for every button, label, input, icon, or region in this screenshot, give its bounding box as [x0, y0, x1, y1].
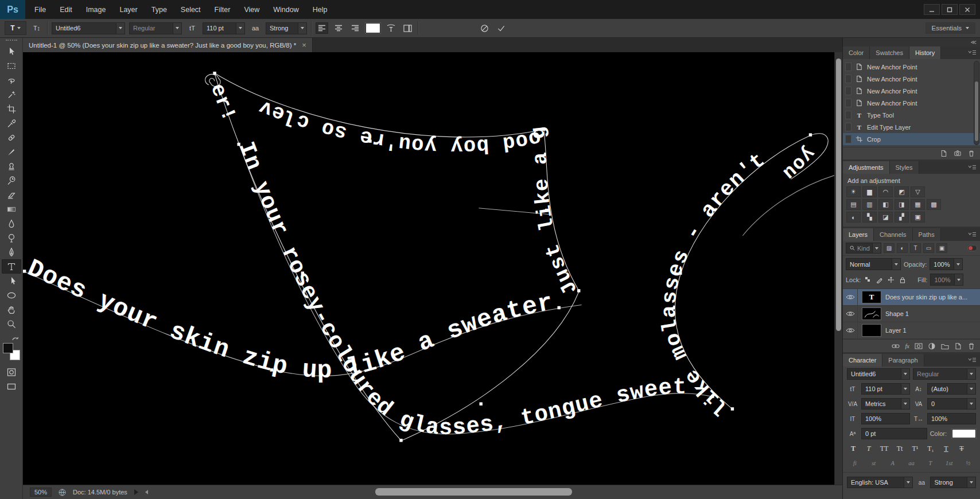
- tab-swatches[interactable]: Swatches: [870, 46, 909, 59]
- brush-tool[interactable]: [2, 145, 21, 159]
- char-font-style-select[interactable]: Regular: [913, 368, 976, 380]
- healing-brush-tool[interactable]: [2, 130, 21, 145]
- tool-preset-picker[interactable]: T: [5, 21, 26, 35]
- tab-paths[interactable]: Paths: [913, 228, 941, 241]
- strikethrough-button[interactable]: T: [955, 443, 968, 454]
- char-leading-field[interactable]: (Auto): [927, 383, 976, 395]
- vertical-scrollbar[interactable]: [834, 52, 842, 485]
- history-source-checkbox[interactable]: [845, 87, 851, 95]
- vibrance-button[interactable]: ▽: [911, 186, 925, 197]
- new-document-from-state-button[interactable]: [940, 150, 948, 157]
- collapse-panels-button[interactable]: ≪: [971, 39, 977, 45]
- layer-row-type[interactable]: T Does your skin zip up like a...: [843, 289, 980, 306]
- quick-mask-button[interactable]: [2, 365, 21, 379]
- menu-item-filter[interactable]: Filter: [208, 0, 238, 19]
- font-family-select[interactable]: Untitled6: [52, 22, 125, 34]
- subscript-button[interactable]: T₁: [924, 443, 937, 454]
- fill-field[interactable]: 100%: [930, 274, 963, 286]
- hue-saturation-button[interactable]: ▤: [846, 199, 861, 210]
- delete-layer-button[interactable]: [967, 342, 975, 350]
- layer-row-fill[interactable]: Layer 1: [843, 322, 980, 339]
- history-state[interactable]: TType Tool: [843, 109, 980, 121]
- anti-alias-select[interactable]: Strong: [266, 22, 307, 34]
- filter-shape-layers-button[interactable]: ▭: [923, 243, 934, 253]
- ligatures-button[interactable]: fi: [847, 458, 863, 468]
- foreground-color-swatch[interactable]: [3, 343, 13, 353]
- menu-item-file[interactable]: File: [28, 0, 53, 19]
- tab-adjustments[interactable]: Adjustments: [843, 161, 890, 174]
- gradient-map-button[interactable]: ▞: [895, 212, 909, 223]
- history-state[interactable]: TEdit Type Layer: [843, 121, 980, 133]
- char-font-style-caret[interactable]: [967, 369, 975, 379]
- selective-color-button[interactable]: ▣: [911, 212, 925, 223]
- new-snapshot-button[interactable]: [954, 150, 962, 157]
- menu-item-help[interactable]: Help: [306, 0, 335, 19]
- menu-item-type[interactable]: Type: [145, 0, 174, 19]
- history-source-checkbox[interactable]: [845, 123, 851, 131]
- layer-visibility-toggle[interactable]: [843, 306, 858, 322]
- history-panel-menu-button[interactable]: [968, 46, 980, 59]
- font-style-caret[interactable]: [173, 23, 181, 34]
- tab-color[interactable]: Color: [843, 46, 870, 59]
- swash-button[interactable]: A: [885, 458, 901, 468]
- exposure-button[interactable]: ◩: [895, 186, 909, 197]
- stylistic-alternates-button[interactable]: aa: [904, 458, 920, 468]
- lock-position-button[interactable]: [886, 276, 895, 284]
- text-orientation-button[interactable]: T↕: [30, 22, 43, 34]
- faux-italic-button[interactable]: T: [862, 443, 875, 454]
- scroll-left-arrow[interactable]: [145, 490, 148, 494]
- crop-tool[interactable]: [2, 102, 21, 116]
- char-kerning-field[interactable]: Metrics: [861, 398, 910, 410]
- new-layer-button[interactable]: [954, 342, 962, 350]
- history-scrollbar-thumb[interactable]: [975, 81, 978, 141]
- language-caret[interactable]: [904, 477, 912, 488]
- history-state[interactable]: New Anchor Point: [843, 85, 980, 97]
- all-caps-button[interactable]: TT: [878, 443, 890, 454]
- curves-button[interactable]: ◠: [878, 186, 893, 197]
- toggle-panels-button[interactable]: [401, 22, 414, 34]
- character-panel-menu-button[interactable]: [968, 354, 980, 367]
- anti-alias-caret[interactable]: [298, 23, 306, 34]
- type-tool[interactable]: [2, 259, 21, 274]
- blend-mode-select[interactable]: Normal: [846, 258, 901, 270]
- align-left-button[interactable]: [316, 22, 328, 34]
- char-tracking-field[interactable]: 0: [927, 398, 976, 410]
- font-size-select[interactable]: 110 pt: [203, 22, 245, 34]
- char-tracking-caret[interactable]: [967, 399, 975, 409]
- filter-adjustment-layers-button[interactable]: ◐: [897, 243, 908, 253]
- history-source-checkbox[interactable]: [845, 63, 851, 71]
- char-baseline-field[interactable]: 0 pt: [861, 428, 927, 439]
- char-font-family-caret[interactable]: [901, 369, 909, 379]
- blend-mode-caret[interactable]: [892, 259, 900, 270]
- black-white-button[interactable]: ◧: [878, 199, 893, 210]
- clone-stamp-tool[interactable]: [2, 159, 21, 173]
- char-leading-caret[interactable]: [967, 384, 975, 394]
- layer-visibility-toggle[interactable]: [843, 322, 858, 338]
- history-source-checkbox[interactable]: [845, 75, 851, 83]
- new-group-button[interactable]: [941, 342, 949, 350]
- levels-button[interactable]: ▆: [862, 186, 877, 197]
- char-anti-alias-select[interactable]: Strong: [930, 477, 976, 488]
- invert-button[interactable]: ◐: [846, 212, 861, 223]
- tab-paragraph[interactable]: Paragraph: [882, 354, 924, 367]
- eyedropper-tool[interactable]: [2, 116, 21, 130]
- gradient-tool[interactable]: [2, 202, 21, 216]
- hand-tool[interactable]: [2, 302, 21, 317]
- discretionary-ligatures-button[interactable]: st: [866, 458, 882, 468]
- brightness-contrast-button[interactable]: ☀: [846, 186, 861, 197]
- link-layers-button[interactable]: [892, 342, 900, 350]
- layers-panel-menu-button[interactable]: [968, 228, 980, 241]
- fractions-button[interactable]: ½: [960, 458, 976, 468]
- small-caps-button[interactable]: Tt: [893, 443, 906, 454]
- layer-row-shape[interactable]: Shape 1: [843, 306, 980, 322]
- history-source-checkbox[interactable]: [845, 111, 851, 119]
- new-adjustment-layer-button[interactable]: [928, 342, 936, 350]
- titling-alternates-button[interactable]: T: [922, 458, 938, 468]
- zoom-tool[interactable]: [2, 317, 21, 331]
- status-popup-arrow[interactable]: [134, 489, 138, 495]
- add-layer-mask-button[interactable]: [915, 342, 923, 350]
- tab-history[interactable]: History: [909, 46, 941, 59]
- cancel-edits-button[interactable]: [478, 22, 491, 34]
- layer-visibility-toggle[interactable]: [843, 289, 858, 305]
- swap-colors-icon[interactable]: [11, 336, 20, 342]
